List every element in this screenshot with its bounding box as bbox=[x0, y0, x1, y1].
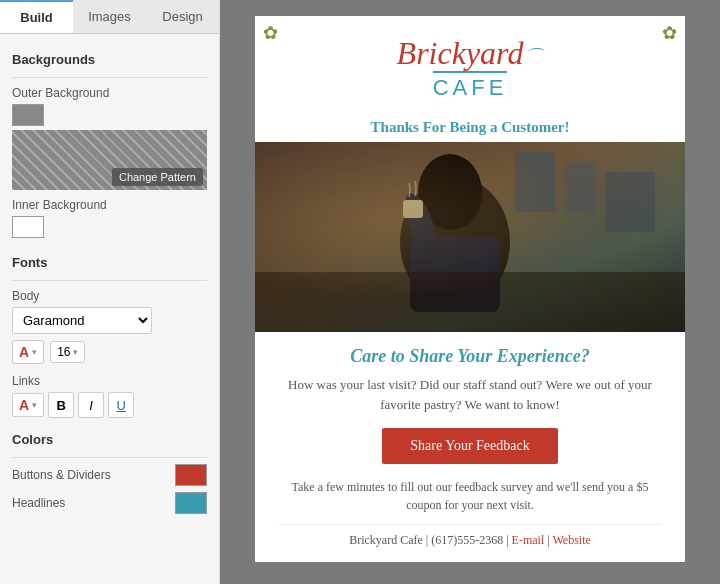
pattern-preview: Change Pattern bbox=[12, 130, 207, 190]
tagline: Thanks For Being a Customer! bbox=[255, 111, 685, 142]
underline-button[interactable]: U bbox=[108, 392, 134, 418]
svg-rect-3 bbox=[565, 162, 595, 212]
logo-swirl: ⌒ bbox=[523, 46, 543, 68]
buttons-dividers-row: Buttons & Dividers bbox=[12, 464, 207, 486]
colors-section-title: Colors bbox=[12, 432, 207, 447]
svg-rect-0 bbox=[255, 142, 685, 332]
right-panel: ✿ ✿ Brickyard⌒ CAFE Thanks For Being a C… bbox=[220, 0, 720, 584]
font-size-caret: ▾ bbox=[73, 347, 78, 357]
tab-images[interactable]: Images bbox=[73, 0, 146, 33]
font-color-button[interactable]: A ▾ bbox=[12, 340, 44, 364]
italic-button[interactable]: I bbox=[78, 392, 104, 418]
email-header: ✿ ✿ Brickyard⌒ CAFE bbox=[255, 16, 685, 111]
body-text: How was your last visit? Did our staff s… bbox=[279, 375, 661, 414]
links-section: Links A ▾ B I U bbox=[12, 374, 207, 418]
svg-point-5 bbox=[400, 177, 510, 307]
buttons-dividers-label: Buttons & Dividers bbox=[12, 468, 111, 482]
body-font-label: Body bbox=[12, 289, 207, 303]
headlines-label: Headlines bbox=[12, 496, 65, 510]
email-body: Care to Share Your Experience? How was y… bbox=[255, 332, 685, 562]
headlines-swatch[interactable] bbox=[175, 492, 207, 514]
fonts-section-title: Fonts bbox=[12, 255, 207, 270]
inner-bg-label: Inner Background bbox=[12, 198, 207, 212]
footer-email-link[interactable]: E-mail bbox=[512, 533, 545, 547]
inner-bg-swatch[interactable] bbox=[12, 216, 44, 238]
font-select[interactable]: Garamond bbox=[12, 307, 152, 334]
footer-website-link[interactable]: Website bbox=[552, 533, 590, 547]
svg-rect-8 bbox=[410, 237, 500, 312]
divider-2 bbox=[12, 280, 207, 281]
outer-bg-swatch[interactable] bbox=[12, 104, 44, 126]
panel-content: Backgrounds Outer Background Change Patt… bbox=[0, 34, 219, 584]
coupon-text: Take a few minutes to fill out our feedb… bbox=[279, 478, 661, 514]
hero-svg bbox=[255, 142, 685, 332]
svg-rect-4 bbox=[605, 172, 655, 232]
link-color-caret: ▾ bbox=[32, 400, 37, 410]
svg-rect-11 bbox=[255, 272, 685, 332]
tab-bar: Build Images Design bbox=[0, 0, 219, 34]
email-hero-image bbox=[255, 142, 685, 332]
outer-bg-label: Outer Background bbox=[12, 86, 207, 100]
svg-point-7 bbox=[418, 154, 482, 230]
corner-decoration-tr: ✿ bbox=[662, 22, 677, 44]
font-color-caret: ▾ bbox=[32, 347, 37, 357]
format-controls: A ▾ B I U bbox=[12, 392, 207, 418]
svg-point-6 bbox=[427, 165, 483, 229]
feedback-button[interactable]: Share Your Feedback bbox=[382, 428, 557, 464]
svg-point-9 bbox=[398, 190, 441, 255]
footer-text-main: Brickyard Cafe | (617)555-2368 | bbox=[349, 533, 511, 547]
logo-main: Brickyard⌒ bbox=[275, 36, 665, 71]
font-size-value: 16 bbox=[57, 345, 70, 359]
left-panel: Build Images Design Backgrounds Outer Ba… bbox=[0, 0, 220, 584]
links-label: Links bbox=[12, 374, 207, 388]
backgrounds-section-title: Backgrounds bbox=[12, 52, 207, 67]
footer-text: Brickyard Cafe | (617)555-2368 | E-mail … bbox=[279, 524, 661, 548]
tab-design[interactable]: Design bbox=[146, 0, 219, 33]
svg-rect-10 bbox=[403, 200, 423, 218]
divider-1 bbox=[12, 77, 207, 78]
email-container: ✿ ✿ Brickyard⌒ CAFE Thanks For Being a C… bbox=[255, 16, 685, 562]
svg-rect-1 bbox=[255, 142, 685, 332]
care-heading: Care to Share Your Experience? bbox=[279, 346, 661, 367]
bold-button[interactable]: B bbox=[48, 392, 74, 418]
buttons-dividers-swatch[interactable] bbox=[175, 464, 207, 486]
logo-sub: CAFE bbox=[275, 71, 665, 101]
link-color-icon: A bbox=[19, 397, 29, 413]
font-controls: A ▾ 16 ▾ bbox=[12, 340, 207, 364]
link-color-button[interactable]: A ▾ bbox=[12, 393, 44, 417]
corner-decoration-tl: ✿ bbox=[263, 22, 278, 44]
tab-build[interactable]: Build bbox=[0, 0, 73, 33]
font-color-icon: A bbox=[19, 344, 29, 360]
divider-3 bbox=[12, 457, 207, 458]
svg-rect-2 bbox=[515, 152, 555, 212]
font-size-button[interactable]: 16 ▾ bbox=[50, 341, 85, 363]
change-pattern-button[interactable]: Change Pattern bbox=[112, 168, 203, 186]
headlines-row: Headlines bbox=[12, 492, 207, 514]
